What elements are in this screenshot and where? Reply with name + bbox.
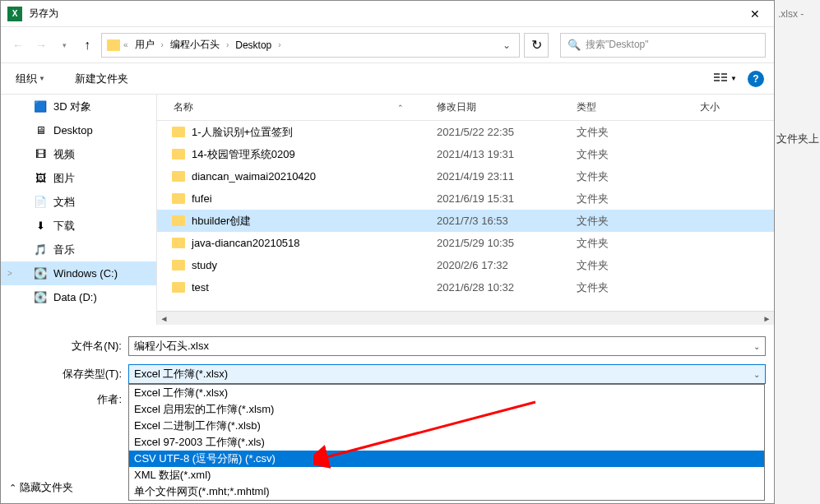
- filetype-option[interactable]: CSV UTF-8 (逗号分隔) (*.csv): [129, 451, 764, 467]
- dialog-title: 另存为: [29, 7, 736, 21]
- file-date: 2020/2/6 17:32: [429, 259, 568, 271]
- nav-forward-button[interactable]: →: [32, 36, 50, 54]
- refresh-button[interactable]: ↻: [524, 33, 549, 58]
- file-date: 2021/5/22 22:35: [429, 126, 568, 138]
- file-name: hbuilder创建: [192, 214, 251, 229]
- column-type[interactable]: 类型: [568, 100, 692, 114]
- file-row[interactable]: diancan_waimai202104202021/4/19 23:11文件夹: [157, 165, 774, 187]
- search-input[interactable]: 🔍 搜索"Desktop": [560, 33, 766, 58]
- svg-rect-3: [721, 73, 727, 75]
- file-row[interactable]: 14-校园管理系统02092021/4/13 19:31文件夹: [157, 143, 774, 165]
- sidebar-label: 下载: [53, 219, 75, 234]
- filetype-dropdown: Excel 工作簿(*.xlsx)Excel 启用宏的工作簿(*.xlsm)Ex…: [128, 384, 765, 501]
- file-date: 2021/4/13 19:31: [429, 148, 568, 160]
- file-row[interactable]: fufei2021/6/19 15:31文件夹: [157, 187, 774, 210]
- breadcrumb-item[interactable]: 编程小石头: [167, 36, 223, 53]
- help-button[interactable]: ?: [748, 71, 764, 87]
- address-bar[interactable]: « 用户 › 编程小石头 › Desktop › ⌄: [101, 33, 520, 58]
- filetype-option[interactable]: Excel 二进制工作簿(*.xlsb): [129, 418, 764, 434]
- filetype-dropdown-button[interactable]: ⌄: [750, 370, 763, 379]
- sidebar-item[interactable]: 💽Data (D:): [1, 285, 156, 309]
- scroll-right-button[interactable]: ►: [760, 312, 774, 326]
- file-row[interactable]: hbuilder创建2021/7/3 16:53文件夹: [157, 210, 774, 232]
- address-dropdown-button[interactable]: ⌄: [499, 39, 514, 51]
- organize-button[interactable]: 组织▼: [11, 68, 50, 90]
- svg-rect-4: [721, 76, 727, 78]
- horizontal-scrollbar[interactable]: ◄ ►: [157, 311, 774, 325]
- folder-icon: [172, 171, 185, 182]
- sidebar-icon: 🎵: [34, 243, 47, 257]
- sidebar-item[interactable]: 🎞视频: [1, 142, 156, 166]
- sidebar-label: 音乐: [53, 243, 75, 257]
- sidebar-icon: 🖥: [34, 124, 47, 137]
- file-date: 2021/7/3 16:53: [429, 215, 568, 227]
- sidebar-item[interactable]: >💽Windows (C:): [1, 261, 156, 285]
- folder-icon: [172, 238, 185, 248]
- expand-icon: >: [7, 269, 12, 278]
- sidebar-item[interactable]: 🖥Desktop: [1, 118, 156, 142]
- file-list: 名称 ⌃ 修改日期 类型 大小 1-人脸识别+位置签到2021/5/22 22:…: [157, 95, 774, 325]
- save-as-dialog: X 另存为 ✕ ← → ▾ ↑ « 用户 › 编程小石头 › Desktop ›…: [0, 0, 775, 504]
- column-headers: 名称 ⌃ 修改日期 类型 大小: [157, 95, 774, 121]
- filename-input[interactable]: 编程小石头.xlsx ⌄: [128, 336, 766, 356]
- sidebar-icon: 🎞: [34, 148, 47, 161]
- chevron-right-icon: ›: [278, 40, 280, 49]
- filename-dropdown-button[interactable]: ⌄: [750, 342, 763, 351]
- new-folder-button[interactable]: 新建文件夹: [70, 68, 133, 90]
- nav-up-button[interactable]: ↑: [78, 36, 96, 54]
- svg-rect-1: [714, 76, 720, 78]
- sidebar-item[interactable]: 🟦3D 对象: [1, 95, 156, 118]
- file-type: 文件夹: [568, 258, 692, 273]
- search-icon: 🔍: [568, 39, 581, 51]
- filetype-option[interactable]: XML 数据(*.xml): [129, 467, 764, 483]
- sidebar-item[interactable]: 🖼图片: [1, 166, 156, 190]
- sidebar-icon: 💽: [34, 267, 47, 280]
- close-button[interactable]: ✕: [736, 2, 774, 26]
- hide-folders-button[interactable]: ⌃ 隐藏文件夹: [9, 480, 73, 495]
- column-date[interactable]: 修改日期: [429, 100, 568, 114]
- sidebar-label: Desktop: [53, 124, 93, 136]
- bottom-bar: ⌃ 隐藏文件夹: [9, 480, 73, 495]
- file-type: 文件夹: [568, 192, 692, 206]
- sidebar-icon: 💽: [34, 291, 47, 304]
- titlebar: X 另存为 ✕: [1, 1, 774, 27]
- filetype-option[interactable]: Excel 工作簿(*.xlsx): [129, 385, 764, 401]
- sidebar: 🟦3D 对象🖥Desktop🎞视频🖼图片📄文档⬇下载🎵音乐>💽Windows (…: [1, 95, 157, 325]
- svg-rect-5: [721, 80, 727, 81]
- nav-back-button[interactable]: ←: [9, 36, 27, 54]
- file-type: 文件夹: [568, 125, 692, 140]
- file-row[interactable]: test2021/6/28 10:32文件夹: [157, 276, 774, 298]
- breadcrumb-item[interactable]: 用户: [132, 36, 158, 53]
- file-row[interactable]: study2020/2/6 17:32文件夹: [157, 254, 774, 276]
- file-date: 2021/6/28 10:32: [429, 281, 568, 294]
- file-type: 文件夹: [568, 236, 692, 251]
- toolbar: 组织▼ 新建文件夹 ▼ ?: [1, 63, 774, 95]
- sidebar-item[interactable]: 📄文档: [1, 190, 156, 214]
- view-options-button[interactable]: ▼: [710, 69, 741, 89]
- filename-label: 文件名(N):: [9, 339, 128, 354]
- sidebar-item[interactable]: 🎵音乐: [1, 238, 156, 261]
- filetype-option[interactable]: Excel 启用宏的工作簿(*.xlsm): [129, 401, 764, 418]
- file-name: test: [192, 281, 209, 294]
- file-name: 14-校园管理系统0209: [192, 147, 295, 162]
- search-placeholder: 搜索"Desktop": [586, 38, 649, 52]
- author-label: 作者:: [9, 392, 128, 407]
- chevron-up-icon: ⌃: [9, 483, 16, 493]
- folder-icon: [107, 39, 120, 51]
- sidebar-icon: 🖼: [34, 172, 47, 185]
- column-name[interactable]: 名称 ⌃: [157, 100, 429, 114]
- file-row[interactable]: java-diancan202105182021/5/29 10:35文件夹: [157, 232, 774, 254]
- breadcrumb-item[interactable]: Desktop: [232, 38, 275, 53]
- sidebar-label: 文档: [53, 195, 75, 210]
- nav-recent-dropdown[interactable]: ▾: [55, 36, 73, 54]
- file-date: 2021/4/19 23:11: [429, 170, 568, 183]
- sidebar-item[interactable]: ⬇下载: [1, 214, 156, 238]
- column-size[interactable]: 大小: [692, 100, 741, 114]
- filetype-select[interactable]: Excel 工作簿(*.xlsx) ⌄: [128, 364, 766, 384]
- file-type: 文件夹: [568, 214, 692, 229]
- scroll-left-button[interactable]: ◄: [157, 312, 171, 326]
- filetype-option[interactable]: Excel 97-2003 工作簿(*.xls): [129, 434, 764, 451]
- filetype-option[interactable]: 单个文件网页(*.mht;*.mhtml): [129, 483, 764, 500]
- background-text-fragment: 文件夹上: [776, 132, 819, 146]
- file-row[interactable]: 1-人脸识别+位置签到2021/5/22 22:35文件夹: [157, 121, 774, 143]
